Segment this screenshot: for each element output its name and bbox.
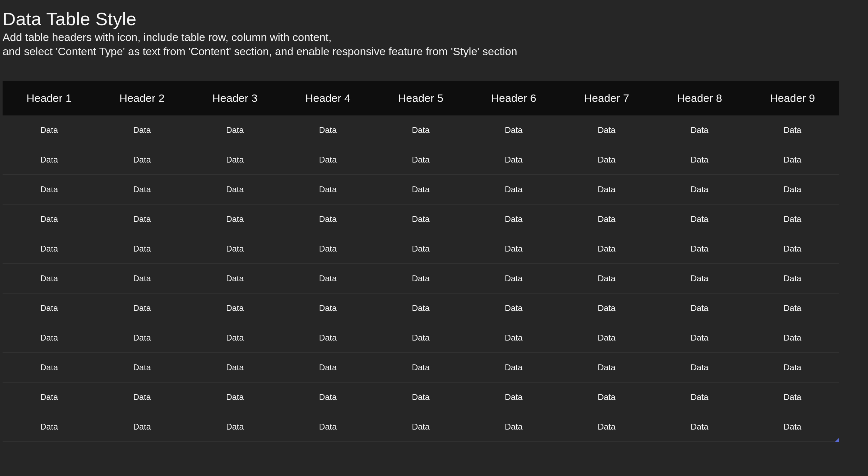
- table-cell: Data: [560, 412, 653, 442]
- table-cell: Data: [653, 115, 746, 145]
- table-cell: Data: [281, 115, 374, 145]
- subtitle-line-2: and select 'Content Type' as text from '…: [3, 45, 517, 58]
- table-row: Data Data Data Data Data Data Data Data …: [3, 264, 839, 294]
- table-cell: Data: [374, 204, 467, 234]
- table-cell: Data: [374, 294, 467, 323]
- table-cell: Data: [96, 294, 189, 323]
- table-cell: Data: [189, 294, 282, 323]
- table-body: Data Data Data Data Data Data Data Data …: [3, 115, 839, 442]
- table-cell: Data: [746, 264, 839, 294]
- table-cell: Data: [374, 264, 467, 294]
- subtitle-line-1: Add table headers with icon, include tab…: [3, 31, 332, 43]
- table-cell: Data: [746, 353, 839, 382]
- table-cell: Data: [281, 234, 374, 264]
- table-cell: Data: [467, 323, 560, 353]
- column-header[interactable]: Header 7: [560, 81, 653, 115]
- column-header[interactable]: Header 1: [3, 81, 96, 115]
- table-cell: Data: [746, 382, 839, 412]
- table-cell: Data: [281, 204, 374, 234]
- table-cell: Data: [653, 204, 746, 234]
- table-cell: Data: [281, 353, 374, 382]
- column-header[interactable]: Header 2: [96, 81, 189, 115]
- table-row: Data Data Data Data Data Data Data Data …: [3, 382, 839, 412]
- table-cell: Data: [281, 323, 374, 353]
- table-cell: Data: [189, 412, 282, 442]
- table-cell: Data: [467, 264, 560, 294]
- table-cell: Data: [746, 175, 839, 204]
- table-cell: Data: [281, 145, 374, 175]
- table-cell: Data: [3, 175, 96, 204]
- table-cell: Data: [560, 145, 653, 175]
- table-head: Header 1 Header 2 Header 3 Header 4 Head…: [3, 81, 839, 115]
- table-cell: Data: [746, 294, 839, 323]
- table-cell: Data: [3, 353, 96, 382]
- data-table: Header 1 Header 2 Header 3 Header 4 Head…: [3, 81, 839, 442]
- table-cell: Data: [374, 145, 467, 175]
- table-cell: Data: [189, 175, 282, 204]
- table-cell: Data: [467, 382, 560, 412]
- table-cell: Data: [746, 412, 839, 442]
- table-cell: Data: [653, 175, 746, 204]
- table-row: Data Data Data Data Data Data Data Data …: [3, 353, 839, 382]
- table-cell: Data: [467, 234, 560, 264]
- table-cell: Data: [467, 115, 560, 145]
- table-cell: Data: [189, 264, 282, 294]
- table-cell: Data: [653, 294, 746, 323]
- table-cell: Data: [96, 353, 189, 382]
- table-cell: Data: [374, 175, 467, 204]
- table-cell: Data: [653, 234, 746, 264]
- table-cell: Data: [374, 234, 467, 264]
- column-header[interactable]: Header 4: [281, 81, 374, 115]
- table-cell: Data: [189, 353, 282, 382]
- table-cell: Data: [560, 204, 653, 234]
- table-cell: Data: [189, 323, 282, 353]
- table-cell: Data: [3, 234, 96, 264]
- data-table-wrapper: Header 1 Header 2 Header 3 Header 4 Head…: [3, 81, 839, 442]
- table-cell: Data: [281, 264, 374, 294]
- table-cell: Data: [96, 412, 189, 442]
- table-cell: Data: [374, 412, 467, 442]
- column-header[interactable]: Header 9: [746, 81, 839, 115]
- page-root: Data Table Style Add table headers with …: [0, 0, 868, 442]
- table-cell: Data: [653, 412, 746, 442]
- table-row: Data Data Data Data Data Data Data Data …: [3, 145, 839, 175]
- table-cell: Data: [746, 323, 839, 353]
- column-header[interactable]: Header 6: [467, 81, 560, 115]
- table-cell: Data: [653, 264, 746, 294]
- table-cell: Data: [467, 145, 560, 175]
- page-title: Data Table Style: [3, 10, 868, 29]
- table-cell: Data: [653, 145, 746, 175]
- column-header[interactable]: Header 5: [374, 81, 467, 115]
- table-cell: Data: [746, 204, 839, 234]
- table-cell: Data: [189, 382, 282, 412]
- table-cell: Data: [3, 294, 96, 323]
- table-cell: Data: [96, 204, 189, 234]
- table-cell: Data: [560, 264, 653, 294]
- table-row: Data Data Data Data Data Data Data Data …: [3, 204, 839, 234]
- table-cell: Data: [560, 234, 653, 264]
- table-cell: Data: [3, 412, 96, 442]
- table-row: Data Data Data Data Data Data Data Data …: [3, 175, 839, 204]
- table-row: Data Data Data Data Data Data Data Data …: [3, 412, 839, 442]
- table-cell: Data: [189, 115, 282, 145]
- table-cell: Data: [746, 234, 839, 264]
- column-header[interactable]: Header 3: [189, 81, 282, 115]
- table-cell: Data: [560, 382, 653, 412]
- resize-handle-icon[interactable]: [835, 438, 839, 442]
- table-header-row: Header 1 Header 2 Header 3 Header 4 Head…: [3, 81, 839, 115]
- table-cell: Data: [467, 294, 560, 323]
- column-header[interactable]: Header 8: [653, 81, 746, 115]
- table-cell: Data: [467, 204, 560, 234]
- table-cell: Data: [653, 353, 746, 382]
- table-cell: Data: [96, 323, 189, 353]
- table-cell: Data: [96, 115, 189, 145]
- table-cell: Data: [281, 175, 374, 204]
- table-cell: Data: [653, 323, 746, 353]
- table-cell: Data: [96, 264, 189, 294]
- table-cell: Data: [189, 145, 282, 175]
- table-cell: Data: [374, 323, 467, 353]
- table-cell: Data: [3, 204, 96, 234]
- table-cell: Data: [281, 412, 374, 442]
- table-cell: Data: [467, 412, 560, 442]
- table-cell: Data: [374, 353, 467, 382]
